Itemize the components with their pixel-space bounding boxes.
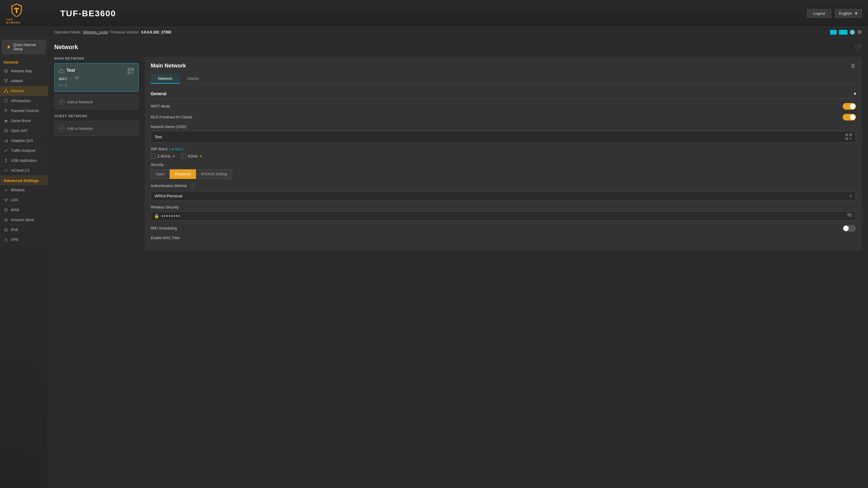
wifi7-mode-toggle[interactable]: [843, 103, 856, 110]
client-count-row: 1: [59, 83, 80, 87]
sidebar-item-game-boost[interactable]: Game Boost: [0, 116, 48, 126]
game-boost-label: Game Boost: [11, 119, 31, 123]
svg-point-12: [5, 109, 6, 110]
network-left-panel: MAIN NETWORK Test WiFi7: [54, 57, 138, 250]
add-main-network-button[interactable]: + Add a Network: [54, 94, 138, 109]
general-section-toggle[interactable]: General ▾: [151, 89, 856, 99]
traffic-analyzer-label: Traffic Analyzer: [11, 149, 36, 153]
general-section: General ▾ WiFi7 Mode MLO Fronthaul for C…: [151, 89, 856, 240]
svg-point-43: [76, 79, 77, 80]
network-ssid: Test: [67, 68, 75, 73]
tab-network[interactable]: Network: [151, 74, 180, 84]
mlo-fronthaul-label: MLO Fronthaul for Clients: [151, 115, 192, 119]
auth-help-icon[interactable]: ?: [190, 183, 195, 189]
traffic-analyzer-icon: [4, 148, 8, 153]
sidebar-item-adaptive-qos[interactable]: Adaptive QoS: [0, 136, 48, 146]
adaptive-qos-label: Adaptive QoS: [11, 138, 33, 143]
firmware-value: 3.0.0.6.102_37260: [141, 30, 171, 34]
svg-line-6: [6, 80, 7, 82]
parental-controls-icon: [4, 108, 8, 113]
qr-code-small-icon[interactable]: [845, 133, 852, 140]
ssid-input[interactable]: [155, 135, 845, 139]
wifi-scheduling-toggle[interactable]: [843, 225, 856, 232]
logout-button[interactable]: Logout: [807, 9, 832, 18]
help-icon[interactable]: ?: [855, 44, 862, 51]
header-right: Logout English ▼: [807, 9, 862, 18]
sidebar: ⚡ Quick Internet Setup General Network M…: [0, 38, 48, 488]
sidebar-item-amazon-alexa[interactable]: Amazon Alexa: [0, 215, 48, 225]
lan-icon: [4, 198, 8, 202]
main-network-card[interactable]: Test WiFi7 |: [54, 63, 138, 92]
quick-internet-setup-button[interactable]: ⚡ Quick Internet Setup: [2, 40, 45, 54]
advanced-settings-section-label: Advanced Settings: [0, 175, 48, 185]
network-columns: MAIN NETWORK Test WiFi7: [54, 57, 862, 250]
ssid-input-wrapper: [151, 131, 856, 143]
band-2-4-star: ★: [173, 155, 175, 158]
wireless-security-input[interactable]: [161, 214, 846, 218]
svg-rect-24: [7, 199, 8, 200]
svg-rect-3: [7, 79, 8, 80]
language-selector[interactable]: English ▼: [835, 9, 862, 18]
sidebar-item-network[interactable]: Network: [0, 86, 48, 96]
router-title: TUF-BE3600: [54, 9, 807, 19]
band-options: ✓ 2.4GHz ★ ✓ 5GHz: [151, 154, 856, 158]
tab-clients[interactable]: Clients: [180, 74, 206, 84]
sidebar-item-traffic-analyzer[interactable]: Traffic Analyzer: [0, 146, 48, 156]
svg-point-7: [5, 89, 7, 90]
delete-network-button[interactable]: 🗑: [850, 63, 856, 69]
svg-rect-54: [131, 72, 132, 72]
pipe-divider: |: [71, 77, 72, 80]
band-2-4-checkbox[interactable]: ✓: [151, 154, 156, 158]
auth-method-label: Authentication Method ?: [151, 183, 856, 189]
svg-rect-65: [849, 138, 850, 138]
network-map-label: Network Map: [11, 69, 32, 73]
sidebar-item-network-map[interactable]: Network Map: [0, 66, 48, 76]
add-guest-network-button[interactable]: + Add a Network: [54, 121, 138, 136]
gear-icon[interactable]: ⚙: [857, 29, 862, 36]
sidebar-item-lan[interactable]: LAN: [0, 195, 48, 205]
eye-slash-icon[interactable]: [846, 213, 852, 219]
sidebar-item-parental-controls[interactable]: Parental Controls: [0, 106, 48, 116]
sidebar-item-vpn[interactable]: VPN: [0, 235, 48, 245]
sidebar-item-wireless[interactable]: Wireless: [0, 185, 48, 195]
wifi-band-label: WiFi Band: [151, 147, 167, 151]
aiprotection-label: AiProtection: [11, 99, 30, 103]
tuf-logo: TUF GAMING: [6, 3, 27, 24]
band-5-option[interactable]: ✓ 5GHz ★: [181, 154, 202, 158]
qr-code-icon[interactable]: [127, 68, 134, 76]
usb-icon: [4, 158, 8, 163]
mlo-fronthaul-toggle[interactable]: [843, 114, 856, 121]
open-nat-label: Open NAT: [11, 129, 28, 133]
sidebar-item-open-nat[interactable]: Open NAT: [0, 126, 48, 136]
amazon-alexa-label: Amazon Alexa: [11, 218, 34, 222]
vpn-icon: [4, 237, 8, 242]
auth-method-select[interactable]: WPA3-Personal ▾: [151, 191, 856, 201]
security-password-button[interactable]: Password: [170, 169, 196, 179]
svg-rect-51: [132, 69, 133, 70]
sidebar-item-wan[interactable]: WAN: [0, 205, 48, 215]
svg-point-41: [60, 71, 60, 72]
wireless-icon: [4, 188, 8, 193]
sidebar-item-usb-application[interactable]: USB Application: [0, 156, 48, 166]
sidebar-item-aicloud[interactable]: AiCloud 2.0: [0, 166, 48, 175]
panel-title-row: Main Network 🗑: [151, 63, 856, 69]
lan-label: LAN: [11, 198, 18, 202]
sidebar-item-aimesh[interactable]: AiMesh: [0, 76, 48, 86]
band-5-label: 5GHz: [188, 154, 198, 158]
page-title: Network: [54, 44, 78, 51]
svg-rect-55: [133, 72, 133, 72]
wireless-security-label: Wireless Security: [151, 205, 856, 209]
firmware-label: Firmware Version:: [110, 30, 139, 34]
band-2-4-label: 2.4GHz: [157, 154, 170, 158]
band-5-checkbox[interactable]: ✓: [181, 154, 186, 158]
aicloud-label: AiCloud 2.0: [11, 168, 30, 173]
security-open-button[interactable]: Open: [151, 169, 170, 179]
auth-method-value: WPA3-Personal: [155, 194, 182, 198]
aimesh-label: AiMesh: [11, 79, 23, 83]
sidebar-item-ipv6[interactable]: IPv6: [0, 225, 48, 235]
svg-rect-18: [7, 139, 7, 142]
security-radius-button[interactable]: RADIUS Setting: [196, 169, 232, 179]
main-layout: ⚡ Quick Internet Setup General Network M…: [0, 38, 868, 488]
sidebar-item-aiprotection[interactable]: AiProtection: [0, 96, 48, 106]
band-2-4-option[interactable]: ✓ 2.4GHz ★: [151, 154, 175, 158]
